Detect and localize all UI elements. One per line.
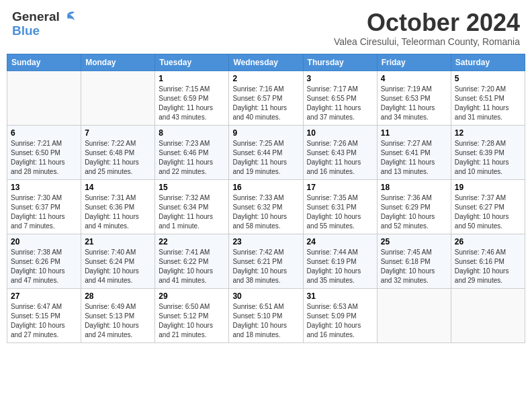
weekday-header-cell: Saturday	[451, 54, 525, 71]
calendar-cell: 30Sunrise: 6:51 AMSunset: 5:10 PMDayligh…	[229, 288, 303, 342]
calendar-cell	[81, 71, 155, 125]
logo: General Blue	[12, 9, 76, 37]
month-title: October 2024	[334, 9, 520, 36]
calendar-cell: 25Sunrise: 7:45 AMSunset: 6:18 PMDayligh…	[377, 234, 451, 288]
calendar-cell: 6Sunrise: 7:21 AMSunset: 6:50 PMDaylight…	[7, 125, 81, 179]
title-block: October 2024 Valea Ciresului, Teleorman …	[334, 9, 520, 47]
day-info: Sunrise: 7:41 AMSunset: 6:22 PMDaylight:…	[159, 248, 225, 285]
calendar-cell: 22Sunrise: 7:41 AMSunset: 6:22 PMDayligh…	[155, 234, 229, 288]
calendar-cell: 21Sunrise: 7:40 AMSunset: 6:24 PMDayligh…	[81, 234, 155, 288]
weekday-header-cell: Thursday	[303, 54, 377, 71]
day-number: 9	[232, 128, 299, 138]
day-info: Sunrise: 7:25 AMSunset: 6:44 PMDaylight:…	[232, 139, 299, 177]
day-info: Sunrise: 7:17 AMSunset: 6:55 PMDaylight:…	[307, 85, 373, 122]
day-info: Sunrise: 7:31 AMSunset: 6:36 PMDaylight:…	[85, 193, 151, 231]
day-info: Sunrise: 7:44 AMSunset: 6:19 PMDaylight:…	[307, 248, 373, 285]
calendar-cell: 17Sunrise: 7:35 AMSunset: 6:31 PMDayligh…	[303, 179, 377, 234]
weekday-header-cell: Sunday	[7, 54, 81, 71]
day-number: 20	[11, 237, 77, 246]
day-number: 8	[159, 128, 225, 138]
day-info: Sunrise: 7:32 AMSunset: 6:34 PMDaylight:…	[159, 193, 225, 231]
day-info: Sunrise: 7:15 AMSunset: 6:59 PMDaylight:…	[159, 85, 225, 122]
calendar-week-row: 13Sunrise: 7:30 AMSunset: 6:37 PMDayligh…	[7, 179, 525, 234]
day-number: 4	[381, 74, 447, 83]
day-number: 5	[455, 74, 521, 83]
day-number: 10	[307, 128, 373, 138]
day-number: 2	[232, 74, 299, 83]
logo-blue: Blue	[12, 24, 76, 37]
calendar-cell: 9Sunrise: 7:25 AMSunset: 6:44 PMDaylight…	[229, 125, 303, 179]
calendar-cell: 2Sunrise: 7:16 AMSunset: 6:57 PMDaylight…	[229, 71, 303, 125]
day-number: 23	[232, 237, 299, 246]
calendar-cell: 28Sunrise: 6:49 AMSunset: 5:13 PMDayligh…	[81, 288, 155, 342]
day-info: Sunrise: 7:46 AMSunset: 6:16 PMDaylight:…	[455, 248, 521, 285]
day-info: Sunrise: 6:53 AMSunset: 5:09 PMDaylight:…	[307, 302, 373, 340]
day-info: Sunrise: 6:47 AMSunset: 5:15 PMDaylight:…	[11, 302, 77, 340]
calendar-cell: 15Sunrise: 7:32 AMSunset: 6:34 PMDayligh…	[155, 179, 229, 234]
calendar-cell: 27Sunrise: 6:47 AMSunset: 5:15 PMDayligh…	[7, 288, 81, 342]
day-info: Sunrise: 6:51 AMSunset: 5:10 PMDaylight:…	[232, 302, 299, 340]
day-number: 26	[455, 237, 521, 246]
calendar-cell: 20Sunrise: 7:38 AMSunset: 6:26 PMDayligh…	[7, 234, 81, 288]
day-number: 19	[455, 183, 521, 192]
day-info: Sunrise: 7:38 AMSunset: 6:26 PMDaylight:…	[11, 248, 77, 285]
day-info: Sunrise: 6:50 AMSunset: 5:12 PMDaylight:…	[159, 302, 225, 340]
day-number: 24	[307, 237, 373, 246]
day-number: 28	[85, 291, 151, 301]
calendar-cell: 11Sunrise: 7:27 AMSunset: 6:41 PMDayligh…	[377, 125, 451, 179]
day-number: 3	[307, 74, 373, 83]
day-number: 25	[381, 237, 447, 246]
calendar-cell: 31Sunrise: 6:53 AMSunset: 5:09 PMDayligh…	[303, 288, 377, 342]
calendar-cell: 1Sunrise: 7:15 AMSunset: 6:59 PMDaylight…	[155, 71, 229, 125]
day-number: 31	[307, 291, 373, 301]
day-info: Sunrise: 7:42 AMSunset: 6:21 PMDaylight:…	[232, 248, 299, 285]
day-info: Sunrise: 7:16 AMSunset: 6:57 PMDaylight:…	[232, 85, 299, 122]
day-number: 15	[159, 183, 225, 192]
day-number: 22	[159, 237, 225, 246]
logo-bird-icon	[61, 11, 76, 23]
calendar-body: 1Sunrise: 7:15 AMSunset: 6:59 PMDaylight…	[7, 71, 525, 342]
day-info: Sunrise: 7:26 AMSunset: 6:43 PMDaylight:…	[307, 139, 373, 177]
calendar-week-row: 27Sunrise: 6:47 AMSunset: 5:15 PMDayligh…	[7, 288, 525, 342]
day-info: Sunrise: 7:23 AMSunset: 6:46 PMDaylight:…	[159, 139, 225, 177]
weekday-header-row: SundayMondayTuesdayWednesdayThursdayFrid…	[7, 54, 525, 71]
calendar-cell: 7Sunrise: 7:22 AMSunset: 6:48 PMDaylight…	[81, 125, 155, 179]
day-info: Sunrise: 7:27 AMSunset: 6:41 PMDaylight:…	[381, 139, 447, 177]
calendar-cell	[377, 288, 451, 342]
day-number: 16	[232, 183, 299, 192]
day-info: Sunrise: 6:49 AMSunset: 5:13 PMDaylight:…	[85, 302, 151, 340]
calendar-cell: 14Sunrise: 7:31 AMSunset: 6:36 PMDayligh…	[81, 179, 155, 234]
calendar-cell: 24Sunrise: 7:44 AMSunset: 6:19 PMDayligh…	[303, 234, 377, 288]
calendar-week-row: 6Sunrise: 7:21 AMSunset: 6:50 PMDaylight…	[7, 125, 525, 179]
calendar-cell: 23Sunrise: 7:42 AMSunset: 6:21 PMDayligh…	[229, 234, 303, 288]
day-info: Sunrise: 7:45 AMSunset: 6:18 PMDaylight:…	[381, 248, 447, 285]
calendar-cell: 5Sunrise: 7:20 AMSunset: 6:51 PMDaylight…	[451, 71, 525, 125]
calendar-cell	[451, 288, 525, 342]
day-number: 7	[85, 128, 151, 138]
calendar-cell: 13Sunrise: 7:30 AMSunset: 6:37 PMDayligh…	[7, 179, 81, 234]
day-number: 17	[307, 183, 373, 192]
weekday-header-cell: Monday	[81, 54, 155, 71]
calendar-cell: 29Sunrise: 6:50 AMSunset: 5:12 PMDayligh…	[155, 288, 229, 342]
day-number: 14	[85, 183, 151, 192]
day-info: Sunrise: 7:30 AMSunset: 6:37 PMDaylight:…	[11, 193, 77, 231]
calendar-cell: 26Sunrise: 7:46 AMSunset: 6:16 PMDayligh…	[451, 234, 525, 288]
calendar-cell: 8Sunrise: 7:23 AMSunset: 6:46 PMDaylight…	[155, 125, 229, 179]
day-info: Sunrise: 7:20 AMSunset: 6:51 PMDaylight:…	[455, 85, 521, 122]
day-info: Sunrise: 7:35 AMSunset: 6:31 PMDaylight:…	[307, 193, 373, 231]
calendar-table: SundayMondayTuesdayWednesdayThursdayFrid…	[7, 54, 525, 343]
day-number: 27	[11, 291, 77, 301]
calendar-cell: 12Sunrise: 7:28 AMSunset: 6:39 PMDayligh…	[451, 125, 525, 179]
day-number: 18	[381, 183, 447, 192]
page-header: General Blue October 2024 Valea Ciresulu…	[7, 7, 525, 50]
weekday-header-cell: Friday	[377, 54, 451, 71]
location-subtitle: Valea Ciresului, Teleorman County, Roman…	[334, 36, 520, 47]
calendar-cell	[7, 71, 81, 125]
day-info: Sunrise: 7:36 AMSunset: 6:29 PMDaylight:…	[381, 193, 447, 231]
calendar-cell: 10Sunrise: 7:26 AMSunset: 6:43 PMDayligh…	[303, 125, 377, 179]
calendar-cell: 3Sunrise: 7:17 AMSunset: 6:55 PMDaylight…	[303, 71, 377, 125]
day-info: Sunrise: 7:37 AMSunset: 6:27 PMDaylight:…	[455, 193, 521, 231]
weekday-header-cell: Wednesday	[229, 54, 303, 71]
day-number: 13	[11, 183, 77, 192]
calendar-cell: 18Sunrise: 7:36 AMSunset: 6:29 PMDayligh…	[377, 179, 451, 234]
